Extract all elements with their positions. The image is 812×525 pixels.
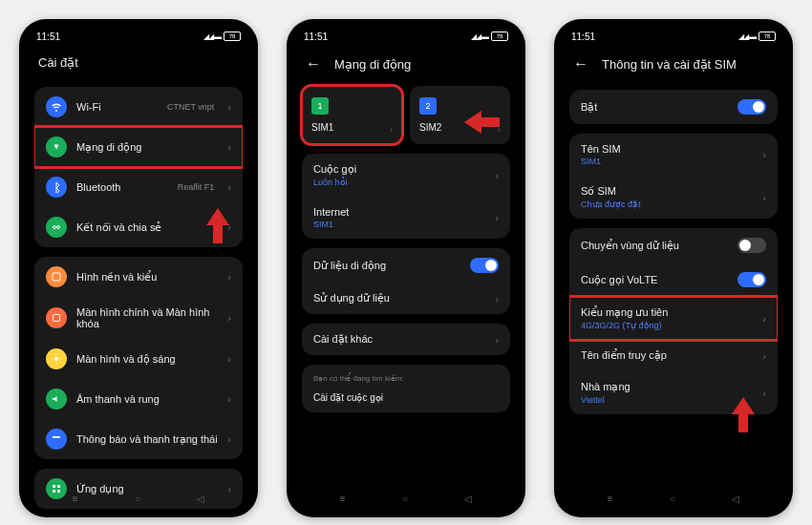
row-label: Chuyển vùng dữ liệu — [581, 240, 728, 252]
page-header: ← Mạng di động — [292, 48, 520, 80]
settings-row[interactable]: Dữ liệu di động — [302, 248, 510, 283]
chevron-right-icon: › — [227, 433, 231, 445]
row-label: Màn hình và độ sáng — [76, 353, 218, 366]
settings-row[interactable]: Âm thanh và rung› — [34, 379, 243, 419]
annotation-arrow-icon — [206, 208, 229, 225]
settings-row[interactable]: Màn hình và độ sáng› — [34, 339, 243, 379]
sound-icon — [46, 388, 67, 410]
nav-bar[interactable]: ≡○◁ — [292, 490, 520, 508]
settings-row[interactable]: Chuyển vùng dữ liệu — [569, 228, 778, 262]
chevron-right-icon: › — [762, 350, 766, 362]
toggle-switch[interactable] — [470, 258, 499, 273]
nav-bar[interactable]: ≡○◁ — [560, 490, 787, 508]
back-icon[interactable]: ← — [306, 55, 321, 73]
back-icon[interactable]: ← — [573, 55, 588, 73]
chevron-right-icon: › — [495, 334, 499, 346]
enable-sim-row[interactable]: Bật — [569, 90, 778, 124]
data-group: Dữ liệu di độngSử dụng dữ liệu› — [302, 248, 510, 314]
row-value: Realfit F1 — [178, 182, 215, 192]
row-value: SIM1 — [313, 220, 485, 229]
status-time: 11:51 — [571, 32, 595, 42]
row-value: Luôn hỏi — [313, 178, 485, 187]
row-label: Kiểu mạng ưu tiên — [581, 306, 753, 319]
row-label: Màn hình chính và Màn hình khóa — [76, 306, 218, 329]
settings-row[interactable]: BluetoothRealfit F1› — [34, 167, 243, 207]
phone-frame-2: 11:51 ◢◢ ▬ 78 ← Mạng di động 1 SIM1 ›2 S… — [287, 19, 525, 517]
chevron-right-icon: › — [227, 101, 231, 113]
notch — [363, 25, 449, 40]
chevron-right-icon: › — [390, 124, 393, 135]
bt-icon — [46, 177, 67, 198]
sim-card[interactable]: 1 SIM1 › — [302, 86, 402, 144]
row-label: Kết nối và chia sẻ — [76, 221, 218, 234]
page-header: ← Thông tin và cài đặt SIM — [560, 48, 787, 80]
settings-row[interactable]: Tên SIMSIM1› — [569, 134, 778, 176]
notch — [630, 25, 716, 40]
row-label: Thông báo và thanh trạng thái — [76, 433, 218, 446]
settings-row[interactable]: Màn hình chính và Màn hình khóa› — [34, 297, 243, 339]
other-settings[interactable]: Cài đặt khác› — [302, 324, 510, 355]
svg-rect-3 — [53, 315, 60, 322]
page-title: Thông tin và cài đặt SIM — [602, 57, 737, 72]
settings-row[interactable]: Kiểu mạng ưu tiên4G/3G/2G (Tự động)› — [569, 297, 778, 340]
row-label: Dữ liệu di động — [313, 260, 460, 272]
phone-frame-1: 11:51 ◢◢ ▬ 78 Cài đặt Wi-FiCTNET vnpt›Mạ… — [19, 19, 258, 517]
chevron-right-icon: › — [227, 353, 231, 365]
search-hint: Bạn có thể đang tìm kiếm: Cài đặt cuộc g… — [302, 365, 510, 412]
row-value: Chưa được đặt — [581, 200, 753, 209]
chevron-right-icon: › — [762, 388, 766, 399]
settings-row[interactable]: Cuộc gọiLuôn hỏi› — [302, 154, 510, 197]
chevron-right-icon: › — [762, 149, 766, 160]
annotation-arrow-icon — [732, 397, 755, 414]
settings-row[interactable]: InternetSIM1› — [302, 197, 510, 239]
nav-bar[interactable]: ≡○◁ — [25, 490, 252, 508]
wifi-icon — [46, 96, 67, 117]
row-label: Âm thanh và rung — [76, 393, 218, 405]
default-apps-group: Cuộc gọiLuôn hỏi›InternetSIM1› — [302, 154, 510, 239]
page-title: Mạng di động — [334, 57, 411, 72]
chevron-right-icon: › — [227, 271, 231, 283]
signal-icons: ◢◢ ▬ — [738, 32, 756, 41]
sim-label: SIM1 — [311, 122, 393, 133]
settings-row[interactable]: Thông báo và thanh trạng thái› — [34, 419, 243, 459]
svg-rect-6 — [53, 485, 55, 488]
row-label: Hình nền và kiểu — [76, 271, 218, 284]
row-label: Internet — [313, 206, 485, 218]
settings-row[interactable]: Số SIMChưa được đặt› — [569, 176, 778, 219]
settings-row[interactable]: Wi-FiCTNET vnpt› — [34, 87, 243, 127]
settings-row[interactable]: Hình nền và kiểu› — [34, 257, 243, 297]
chevron-right-icon: › — [227, 181, 231, 193]
sim-badge: 2 — [419, 97, 437, 115]
row-label: Bluetooth — [76, 181, 168, 193]
status-time: 11:51 — [304, 32, 328, 42]
chevron-right-icon: › — [227, 141, 231, 153]
settings-row[interactable]: Sử dụng dữ liệu› — [302, 283, 510, 314]
svg-point-0 — [53, 226, 56, 229]
toggle-switch[interactable] — [737, 99, 766, 115]
chevron-right-icon: › — [495, 170, 499, 181]
svg-rect-5 — [53, 436, 60, 438]
row-label: Wi-Fi — [76, 101, 158, 113]
settings-row[interactable]: Cuộc gọi VoLTE — [569, 262, 778, 297]
row-label: Nhà mạng — [581, 381, 753, 393]
chevron-right-icon: › — [495, 293, 499, 304]
annotation-arrow-icon — [464, 111, 481, 134]
settings-row[interactable]: Mạng di động› — [34, 127, 243, 167]
settings-row[interactable]: Tên điểm truy cập› — [569, 340, 778, 371]
settings-group-display: Hình nền và kiểu›Màn hình chính và Màn h… — [34, 257, 243, 459]
sun-icon — [46, 348, 67, 369]
chevron-right-icon: › — [227, 393, 231, 405]
toggle-switch[interactable] — [737, 272, 766, 287]
row-label: Sử dụng dữ liệu — [313, 292, 485, 304]
svg-rect-7 — [57, 485, 60, 488]
sim-card[interactable]: 2 SIM2 › — [410, 86, 510, 144]
row-label: Số SIM — [581, 185, 753, 198]
hint-item[interactable]: Cài đặt cuộc gọi — [302, 387, 510, 412]
wall-icon — [46, 266, 67, 287]
toggle-switch[interactable] — [737, 238, 766, 253]
battery-icon: 78 — [759, 32, 776, 41]
row-value: CTNET vnpt — [167, 102, 214, 112]
home-icon — [46, 307, 67, 328]
link-icon — [46, 217, 67, 238]
row-label: Tên SIM — [581, 143, 753, 155]
